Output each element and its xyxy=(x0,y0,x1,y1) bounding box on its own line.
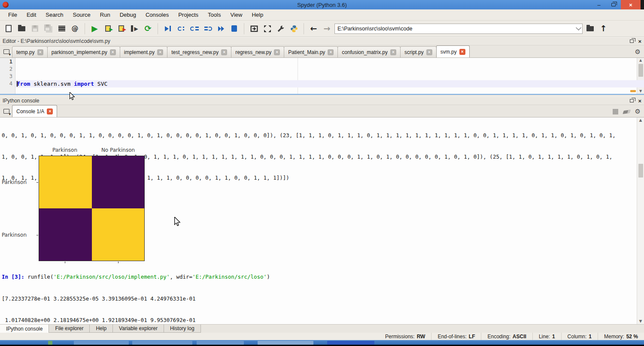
save-button[interactable] xyxy=(29,23,41,34)
continue-icon xyxy=(218,26,221,31)
close-icon[interactable]: × xyxy=(274,49,280,55)
close-icon[interactable]: × xyxy=(328,49,334,55)
code-text[interactable]: from sklearn.svm import SVC import numpy… xyxy=(15,58,644,94)
open-file-button[interactable] xyxy=(16,23,27,34)
undock-pane-icon[interactable] xyxy=(630,39,634,43)
menu-run[interactable]: Run xyxy=(95,10,115,20)
undock-pane-icon[interactable] xyxy=(630,99,634,102)
editor-tab-implement[interactable]: implement.py× xyxy=(120,46,167,57)
scroll-down-icon[interactable]: ▼ xyxy=(639,89,642,94)
taskbar-button[interactable] xyxy=(327,341,374,345)
debug-file-button[interactable] xyxy=(162,23,173,34)
python-path-button[interactable] xyxy=(288,23,300,34)
scrollbar-thumb[interactable] xyxy=(638,164,643,178)
editor-tab-confusion-matrix[interactable]: confusion_matrix.py× xyxy=(337,46,401,57)
editor-options-gear-icon[interactable]: ⚙ xyxy=(635,49,641,55)
chevron-down-icon[interactable] xyxy=(576,25,581,30)
editor-tab-parkinson-implement[interactable]: parkinson_implement.py× xyxy=(47,46,120,57)
tab-variable-explorer[interactable]: Variable explorer xyxy=(113,325,164,333)
step-out-button[interactable] xyxy=(202,23,213,34)
menu-search[interactable]: Search xyxy=(41,10,68,20)
code-editor[interactable]: 1 2 3 4 from sklearn.svm import SVC impo… xyxy=(0,58,644,94)
close-pane-icon[interactable]: × xyxy=(638,98,641,104)
close-icon[interactable]: × xyxy=(110,49,116,55)
taskbar-button[interactable] xyxy=(258,341,313,345)
fullscreen-button[interactable] xyxy=(261,23,273,34)
taskbar-button[interactable] xyxy=(132,341,192,345)
taskbar-button[interactable] xyxy=(48,341,52,345)
step-into-button[interactable] xyxy=(188,23,200,34)
editor-tab-bar: temp.py× parkinson_implement.py× impleme… xyxy=(0,45,644,58)
stop-debug-button[interactable] xyxy=(228,23,240,34)
parent-directory-button[interactable]: ↑ xyxy=(598,23,609,34)
tab-history-log[interactable]: History log xyxy=(164,325,201,333)
editor-tab-temp[interactable]: temp.py× xyxy=(12,46,48,57)
run-selection-button[interactable]: ▶ xyxy=(129,23,140,34)
preferences-button[interactable] xyxy=(275,23,286,34)
mouse-cursor xyxy=(69,92,76,101)
browse-tabs-icon xyxy=(3,49,9,54)
save-all-button[interactable] xyxy=(43,23,54,34)
console-scrollbar[interactable]: ▲ ▼ xyxy=(637,117,644,324)
menu-consoles[interactable]: Consoles xyxy=(141,10,173,20)
menu-help[interactable]: Help xyxy=(247,10,268,20)
close-icon[interactable]: × xyxy=(459,49,465,55)
tab-ipython-console[interactable]: IPython console xyxy=(0,325,49,333)
browse-tabs-button[interactable] xyxy=(1,46,12,57)
scroll-down-icon[interactable]: ▼ xyxy=(637,319,644,323)
editor-tab-script[interactable]: script.py× xyxy=(400,46,437,57)
close-icon[interactable]: × xyxy=(157,49,163,55)
taskbar-button[interactable] xyxy=(74,341,129,345)
back-button[interactable]: ← xyxy=(308,23,319,34)
status-eol: End-of-lines:LF xyxy=(431,333,481,340)
tab-help[interactable]: Help xyxy=(90,325,113,333)
close-icon[interactable]: × xyxy=(37,49,43,55)
continue-button[interactable] xyxy=(215,23,227,34)
close-pane-icon[interactable]: × xyxy=(638,39,641,44)
console-tab-1a[interactable]: Console 1/A× xyxy=(12,105,57,117)
working-directory-combobox[interactable]: E:\Parkinson\src\sloo\svm\code xyxy=(334,24,583,34)
symbol-finder-button[interactable]: @ xyxy=(69,23,81,34)
file-switcher-button[interactable] xyxy=(56,23,67,34)
taskbar-button[interactable] xyxy=(197,341,244,345)
editor-tab-svm[interactable]: svm.py× xyxy=(436,45,470,57)
editor-tab-test-regress-new[interactable]: test_regress_new.py× xyxy=(167,46,231,57)
run-file-button[interactable]: ▶ xyxy=(89,23,100,34)
forward-button[interactable]: → xyxy=(321,23,333,34)
run-cell-advance-button[interactable]: ▶ xyxy=(115,23,127,34)
close-icon[interactable]: × xyxy=(221,49,227,55)
windows-taskbar-sliver xyxy=(0,340,644,346)
menu-projects[interactable]: Projects xyxy=(173,10,203,20)
ipython-console-output[interactable]: 0, 0, 1, 0, 1, 0, 0, 0, 1, 1, 0, 0, 0, 0… xyxy=(0,117,644,324)
tab-file-explorer[interactable]: File explorer xyxy=(49,325,90,333)
menu-tools[interactable]: Tools xyxy=(203,10,225,20)
console-options-gear-icon[interactable]: ⚙ xyxy=(635,108,641,115)
close-icon[interactable]: × xyxy=(390,49,396,55)
menu-view[interactable]: View xyxy=(225,10,247,20)
editor-tab-patient-main[interactable]: Patient_Main.py× xyxy=(284,46,338,57)
editor-tab-regress-new[interactable]: regress_new.py× xyxy=(231,46,284,57)
browse-consoles-button[interactable] xyxy=(1,105,12,117)
run-icon: ▶ xyxy=(91,24,98,33)
step-over-button[interactable] xyxy=(175,23,187,34)
editor-scrollbar[interactable]: ▲ ▼ xyxy=(637,58,644,94)
scroll-up-icon[interactable]: ▲ xyxy=(637,118,644,122)
menu-source[interactable]: Source xyxy=(68,10,95,20)
menu-file[interactable]: File xyxy=(3,10,22,20)
code-line-1: from sklearn.svm import SVC xyxy=(15,80,644,87)
edge-guide-line xyxy=(298,58,298,94)
interrupt-kernel-icon[interactable] xyxy=(613,109,618,114)
scroll-up-icon[interactable]: ▲ xyxy=(639,58,642,63)
close-icon[interactable]: × xyxy=(47,108,53,114)
browse-directory-button[interactable] xyxy=(584,23,596,34)
clear-console-icon[interactable] xyxy=(623,109,630,114)
rerun-cell-button[interactable]: ⟳ xyxy=(142,23,154,34)
run-cell-button[interactable]: ▶ xyxy=(102,23,114,34)
menu-bar: File Edit Search Source Run Debug Consol… xyxy=(0,9,644,21)
scrollbar-thumb[interactable] xyxy=(638,64,643,77)
maximize-pane-button[interactable] xyxy=(248,23,260,34)
menu-debug[interactable]: Debug xyxy=(115,10,141,20)
close-icon[interactable]: × xyxy=(426,49,432,55)
new-file-button[interactable] xyxy=(3,23,14,34)
menu-edit[interactable]: Edit xyxy=(22,10,41,20)
